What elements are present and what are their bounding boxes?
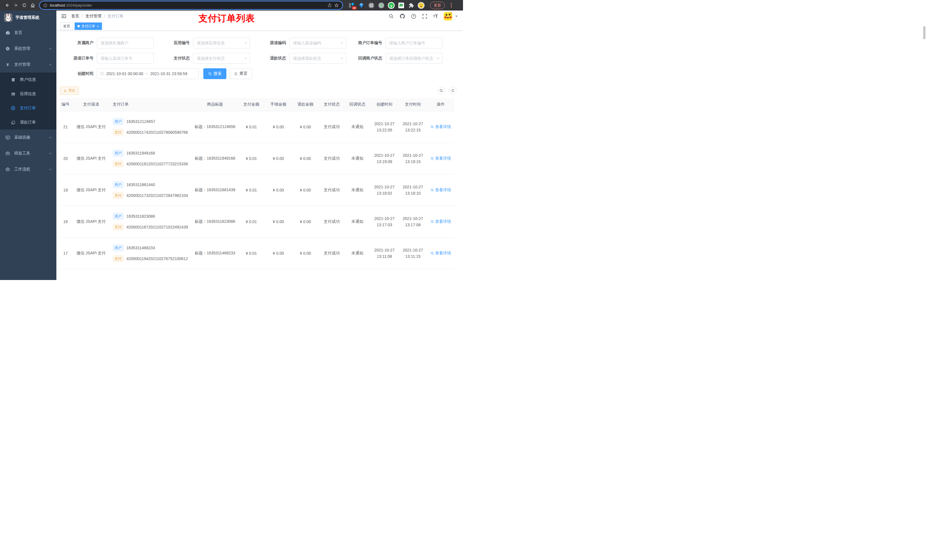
reset-button[interactable]: 重置 [229, 68, 252, 79]
github-icon[interactable] [399, 14, 405, 19]
url-bar[interactable]: localhost:1024/pay/order [40, 2, 342, 9]
view-detail-link[interactable]: 查看详情 [431, 219, 451, 224]
extensions-puzzle-icon[interactable] [408, 2, 415, 9]
browser-menu-icon[interactable] [451, 3, 452, 8]
sidebar-item-pay[interactable]: ¥ 支付管理 [0, 57, 56, 72]
breadcrumb-separator: / [104, 14, 105, 18]
view-detail-link[interactable]: 查看详情 [431, 124, 451, 130]
sidebar-item-app-info[interactable]: 应用信息 [0, 87, 56, 101]
font-size-icon[interactable]: TT [433, 14, 438, 19]
kite-extension-icon[interactable] [358, 2, 365, 9]
download-icon [64, 89, 67, 92]
bookmark-star-icon[interactable] [334, 3, 339, 8]
y-extension-icon[interactable]: y [388, 2, 395, 9]
green-dot-extension-icon[interactable] [378, 2, 385, 9]
share-icon[interactable] [327, 3, 332, 8]
filter-label: 退款状态 [252, 56, 289, 61]
tab-home[interactable]: 首页 [61, 23, 73, 30]
sidebar-logo[interactable]: 芋道管理系统 [0, 11, 56, 25]
owner-merchant-input[interactable] [97, 38, 154, 48]
sidebar-item-dev-tools[interactable]: 研发工具 [0, 145, 56, 162]
view-detail-link[interactable]: 查看详情 [431, 156, 451, 161]
sidebar-item-pay-order[interactable]: 支付订单 [0, 101, 56, 115]
cell-notify [345, 269, 370, 280]
date-end: 2021-10-31 23:59:59 [150, 71, 188, 76]
profile-smiley-icon[interactable] [418, 2, 425, 9]
tab-close-icon[interactable]: × [97, 24, 99, 28]
refresh-table-button[interactable] [449, 87, 457, 95]
sidebar-item-workflow[interactable]: 工作流程 [0, 162, 56, 177]
col-title: 商品标题 [192, 98, 238, 111]
pay-no: 4200001194202110276752100612 [126, 257, 188, 261]
filter-create-time: 创建时间 2021-10-01 00:00:00 - 2021-10-31 23… [60, 68, 199, 79]
user-avatar[interactable] [443, 12, 452, 21]
cell-actions [427, 269, 454, 280]
sidebar-item-merchant-info[interactable]: 商户信息 [0, 72, 56, 87]
pay-tag: 支付 [113, 129, 124, 136]
browser-update-button[interactable]: 更新 [430, 2, 445, 9]
view-detail-link[interactable]: 查看详情 [431, 187, 451, 193]
avatar-caret-icon[interactable] [455, 15, 458, 18]
tab-label: 支付订单 [82, 24, 95, 29]
sidebar-item-label: 基础设施 [14, 135, 30, 140]
view-detail-link[interactable]: 查看详情 [431, 251, 451, 256]
cell-status [319, 269, 345, 280]
sidebar-item-system[interactable]: 系统管理 [0, 41, 56, 57]
help-icon[interactable]: ? [411, 14, 416, 19]
pay-submenu: 商户信息 应用信息 支付订单 退款订单 [0, 72, 56, 130]
sidebar-item-infra[interactable]: 基础设施 [0, 130, 56, 145]
cell-title [192, 269, 238, 280]
create-time-range-input[interactable]: 2021-10-01 00:00:00 - 2021-10-31 23:59:5… [97, 68, 199, 79]
col-actions: 操作 [427, 98, 454, 111]
blocks-extension-icon[interactable]: 10 [348, 2, 355, 9]
cell-notify: 未通知 [345, 206, 370, 237]
chevron-up-icon [49, 63, 52, 66]
command-extension-icon[interactable] [368, 2, 375, 9]
cell-actions: 查看详情 [427, 143, 454, 174]
filter-channel-code: 渠道编码 [252, 38, 348, 48]
forward-icon[interactable] [11, 1, 20, 10]
orders-table: 编号 支付渠道 支付订单 商品标题 支付金额 手续金额 退款金额 支付状态 回调… [60, 98, 457, 280]
breadcrumb-home[interactable]: 首页 [71, 14, 79, 19]
search-icon [439, 89, 443, 92]
cell-status: 支付成功 [319, 237, 345, 269]
back-icon[interactable] [3, 1, 11, 10]
cell-notify: 未通知 [345, 143, 370, 174]
filter-label: 创建时间 [60, 71, 97, 76]
sidebar-item-label: 研发工具 [14, 151, 30, 156]
filter-label: 回调商户状态 [348, 56, 386, 61]
callback-status-select[interactable] [386, 53, 442, 64]
breadcrumb-group[interactable]: 支付管理 [85, 14, 101, 19]
pay-status-select[interactable] [193, 53, 250, 64]
cell-id: 21 [60, 111, 71, 143]
cell-pay-order: 商户1635311351796 [111, 269, 192, 280]
cell-status: 支付成功 [319, 206, 345, 237]
reload-icon[interactable] [20, 1, 29, 10]
header-search-icon[interactable] [389, 14, 394, 19]
date-separator: - [145, 71, 148, 76]
refund-status-select[interactable] [289, 53, 346, 64]
extension-badge: 10 [352, 6, 357, 10]
sidebar-item-home[interactable]: 首页 [0, 25, 56, 41]
svg-text:y: y [390, 3, 392, 8]
cell-fee [265, 269, 292, 280]
cell-status: 支付成功 [319, 111, 345, 143]
home-icon[interactable] [29, 1, 37, 10]
fullscreen-icon[interactable] [422, 14, 427, 19]
toggle-search-button[interactable] [437, 87, 445, 95]
cell-amount: ¥ 0.01 [238, 206, 265, 237]
merchant-order-no-input[interactable] [386, 38, 442, 48]
search-button[interactable]: 搜索 [203, 68, 226, 79]
header-actions: ? TT [389, 12, 458, 21]
hamburger-icon[interactable] [61, 14, 67, 19]
channel-order-no-input[interactable] [97, 53, 154, 64]
chat-extension-icon[interactable] [398, 2, 405, 9]
site-info-icon[interactable] [43, 3, 47, 8]
sidebar-item-refund-order[interactable]: 退款订单 [0, 115, 56, 130]
filter-label: 渠道订单号 [60, 56, 97, 61]
tab-pay-order[interactable]: 支付订单 × [75, 23, 102, 30]
export-button[interactable]: 导出 [60, 86, 79, 95]
app-no-select[interactable] [193, 38, 250, 48]
col-pay-order: 支付订单 [111, 98, 192, 111]
channel-code-select[interactable] [289, 38, 346, 48]
